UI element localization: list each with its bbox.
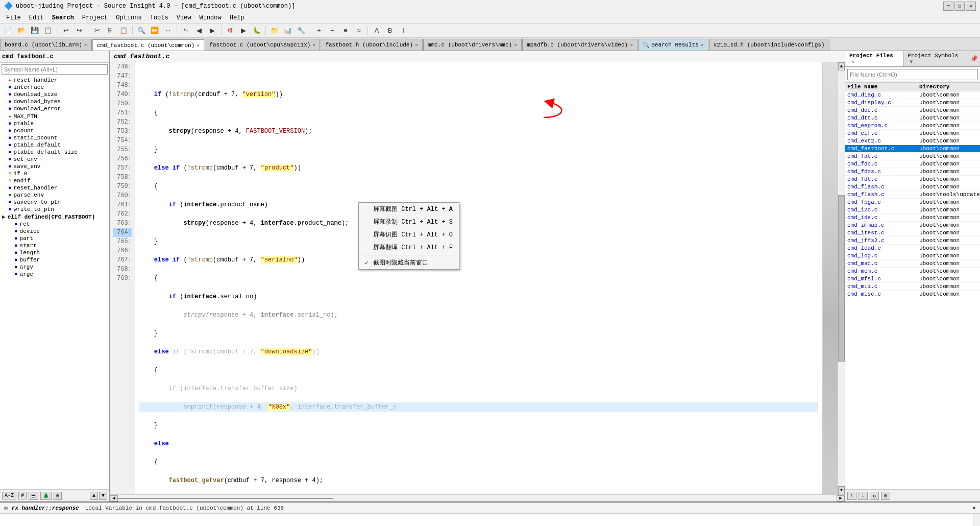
tab-fastboot-c-close[interactable]: ✕ — [312, 42, 315, 48]
menu-edit[interactable]: Edit — [25, 13, 48, 22]
symbol-item-20[interactable]: ● ret — [0, 221, 109, 228]
file-item-18[interactable]: cmd_itest.cuboot\common — [845, 229, 980, 237]
right-tab-project-symbols[interactable]: Project Symbols ▼ — [903, 51, 968, 66]
symbol-item-7[interactable]: ● pcount — [0, 127, 109, 134]
rf-btn1[interactable]: ↑ — [847, 492, 856, 500]
file-item-1[interactable]: cmd_display.cuboot\common — [845, 99, 980, 107]
file-item-11[interactable]: cmd_fdt.cuboot\common — [845, 176, 980, 183]
extra-btn1[interactable]: + — [313, 25, 325, 36]
hash-icon[interactable]: # — [18, 492, 27, 499]
symbol-item-17[interactable]: ● saveenv_to_ptn — [0, 199, 109, 206]
list-icon[interactable]: ☰ — [29, 492, 38, 500]
settings-icon[interactable]: ⚙ — [54, 492, 62, 500]
file-item-3[interactable]: cmd_dtt.cuboot\common — [845, 114, 980, 122]
vscroll-down[interactable]: ▼ — [838, 486, 845, 494]
build-button[interactable]: ⚙ — [224, 25, 236, 36]
file-item-17[interactable]: cmd_immap.cuboot\common — [845, 222, 980, 229]
right-tab-project-files[interactable]: Project Files ✕ — [845, 51, 903, 66]
file-item-6[interactable]: cmd_ext2.cuboot\common — [845, 137, 980, 145]
find-next-button[interactable]: ⏩ — [149, 25, 161, 36]
tab-search-results[interactable]: 🔍 Search Results ✕ — [638, 39, 708, 51]
copy-button[interactable]: ⎘ — [104, 25, 116, 36]
tab-search-results-close[interactable]: ✕ — [701, 42, 704, 48]
menu-view[interactable]: View — [173, 13, 195, 22]
menu-tools[interactable]: Tools — [146, 13, 173, 22]
file-item-15[interactable]: cmd_i2c.cuboot\common — [845, 206, 980, 214]
tab-fastboot-c[interactable]: fastboot.c (uboot\cpu\s5pc11x) ✕ — [205, 39, 320, 51]
style-btn1[interactable]: A — [371, 25, 383, 36]
vscroll-up[interactable]: ▲ — [838, 62, 845, 70]
paste-button[interactable]: 📋 — [117, 25, 130, 36]
replace-button[interactable]: ↔ — [162, 25, 174, 36]
file-item-19[interactable]: cmd_jffs2.cuboot\common — [845, 237, 980, 245]
undo-button[interactable]: ↩ — [60, 25, 72, 36]
symbol-item-13[interactable]: # if 0 — [0, 170, 109, 177]
file-item-2[interactable]: cmd_doc.cuboot\common — [845, 107, 980, 114]
right-tab-project-files-close[interactable]: ✕ — [851, 59, 854, 65]
file-item-25[interactable]: cmd_mii.cuboot\common — [845, 283, 980, 291]
ctx-screenshot[interactable]: 屏幕截图 Ctrl + Alt + A — [359, 203, 459, 216]
tab-board-close[interactable]: ✕ — [84, 42, 87, 48]
symbol-item-24[interactable]: ● length — [0, 249, 109, 256]
hscroll-thumb[interactable] — [118, 498, 333, 499]
bottom-content[interactable]: strcpy's need the extra byte */ char res… — [0, 514, 973, 526]
symbol-item-11[interactable]: ● set_env — [0, 156, 109, 163]
restore-button[interactable]: ❐ — [954, 2, 965, 11]
file-item-0[interactable]: cmd_diag.cuboot\common — [845, 91, 980, 99]
file-item-16[interactable]: cmd_ide.cuboot\common — [845, 214, 980, 222]
bottom-vscrollbar[interactable] — [973, 514, 980, 526]
symbol-item-2[interactable]: ● download_size — [0, 91, 109, 98]
symbol-item-22[interactable]: ● part — [0, 235, 109, 242]
symbol-item-25[interactable]: ● buffer — [0, 256, 109, 264]
ctx-translate[interactable]: 屏幕翻译 Ctrl + Alt + F — [359, 241, 459, 254]
scroll-up-button[interactable]: ▲ — [90, 492, 98, 500]
scroll-down-button[interactable]: ▼ — [99, 492, 107, 500]
new-button[interactable]: 📄 — [2, 25, 14, 36]
symbol-item-5[interactable]: ✦ MAX_PTN — [0, 112, 109, 120]
symbol-item-1[interactable]: ● interface — [0, 84, 109, 91]
run-button[interactable]: ▶ — [237, 25, 250, 36]
proj-btn3[interactable]: 🔧 — [295, 25, 307, 36]
bottom-close-button[interactable]: ✕ — [972, 504, 976, 512]
file-item-4[interactable]: cmd_eeprom.cuboot\common — [845, 122, 980, 130]
tab-fastboot-h[interactable]: fastboot.h (uboot\include) ✕ — [321, 39, 423, 51]
file-filter-input[interactable] — [847, 69, 978, 80]
tab-mpadfb-close[interactable]: ✕ — [630, 42, 633, 48]
cut-button[interactable]: ✂ — [91, 25, 103, 36]
file-col-dir-header[interactable]: Directory — [919, 84, 978, 90]
symbol-item-8[interactable]: ● static_pcount — [0, 134, 109, 141]
extra-btn2[interactable]: − — [326, 25, 338, 36]
code-content[interactable]: 746: 747: 748: 749: 750: 751: 752: 753: … — [110, 62, 845, 494]
symbol-item-21[interactable]: ● device — [0, 228, 109, 235]
proj-btn2[interactable]: 📊 — [282, 25, 294, 36]
symbol-item-26[interactable]: ● argv — [0, 264, 109, 271]
symbol-item-9[interactable]: ● ptable_default — [0, 141, 109, 149]
az-sort-button[interactable]: A-Z — [2, 492, 16, 499]
tab-cmd-fastboot[interactable]: cmd_fastboot.c (uboot\common) ✕ — [92, 39, 204, 51]
symbol-item-0[interactable]: ✦ reset_handler — [0, 76, 109, 84]
style-btn2[interactable]: B — [384, 25, 396, 36]
menu-file[interactable]: File — [2, 13, 25, 22]
symbol-item-18[interactable]: ● write_to_ptn — [0, 206, 109, 213]
extra-btn3[interactable]: ≡ — [339, 25, 352, 36]
menu-help[interactable]: Help — [226, 13, 249, 22]
right-panel-pin-icon[interactable]: 📌 — [968, 55, 980, 63]
symbol-item-19[interactable]: ▶ elif defined(CFG_FASTBOOT) — [0, 213, 109, 221]
menu-search[interactable]: Search — [48, 13, 78, 22]
style-btn3[interactable]: I — [397, 25, 409, 36]
code-text[interactable]: if (!strcmp(cmdbuf + 7, "version")) { st… — [135, 62, 822, 494]
file-item-14[interactable]: cmd_fpga.cuboot\common — [845, 199, 980, 206]
ctx-identify[interactable]: 屏幕识图 Ctrl + Alt + O — [359, 228, 459, 241]
code-hscrollbar[interactable]: ◀ ▶ — [110, 494, 845, 501]
symbol-item-15[interactable]: ● reset_handler — [0, 184, 109, 192]
file-item-7[interactable]: cmd_fastboot.cuboot\common — [845, 145, 980, 153]
symbol-item-12[interactable]: ● save_env — [0, 163, 109, 170]
rf-btn3[interactable]: ↻ — [870, 492, 879, 500]
menu-options[interactable]: Options — [112, 13, 145, 22]
save-all-button[interactable]: 📋 — [42, 25, 54, 36]
right-tab-project-symbols-dropdown[interactable]: ▼ — [910, 59, 913, 65]
save-button[interactable]: 💾 — [29, 25, 41, 36]
tab-mmc-close[interactable]: ✕ — [514, 42, 517, 48]
right-panel-expand[interactable]: 📌 — [968, 51, 980, 66]
file-item-20[interactable]: cmd_load.cuboot\common — [845, 245, 980, 252]
